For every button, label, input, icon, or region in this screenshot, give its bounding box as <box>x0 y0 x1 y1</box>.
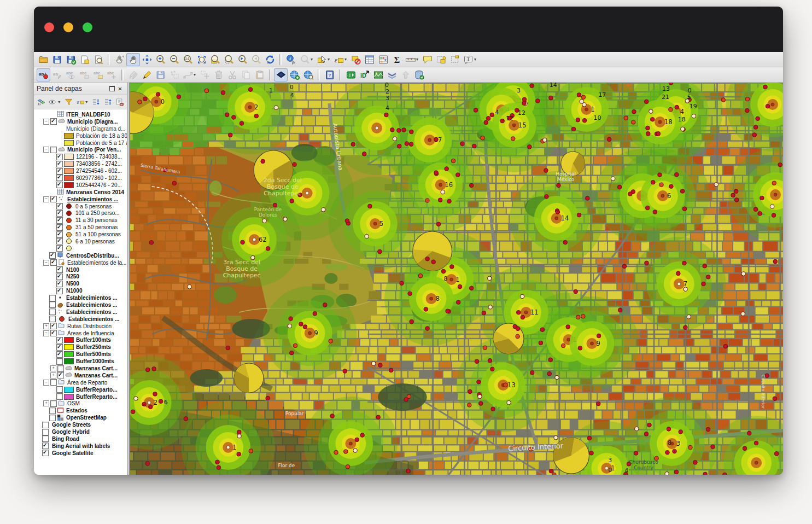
layer-checkbox[interactable] <box>50 379 57 386</box>
new-print-composer-button[interactable] <box>78 53 91 66</box>
upload-export-button[interactable] <box>399 68 412 81</box>
layer-checkbox[interactable] <box>56 266 63 273</box>
layer-checkbox[interactable] <box>56 224 63 231</box>
zoom-to-layer-button[interactable] <box>208 53 222 66</box>
run-feature-action-button[interactable] <box>298 53 312 66</box>
layer-checkbox[interactable] <box>57 372 64 379</box>
layer-label[interactable]: Áreas de Influencia <box>67 330 114 336</box>
layer-checkbox[interactable] <box>49 415 56 421</box>
label-change-button[interactable]: abc <box>105 68 119 81</box>
layer-label[interactable]: CentrosDeDistribu... <box>66 253 119 259</box>
layer-checkbox[interactable] <box>49 316 56 322</box>
layer-checkbox[interactable] <box>56 245 63 252</box>
minimize-window-button[interactable] <box>63 22 73 32</box>
identify-features-button[interactable]: i <box>284 53 298 66</box>
filter-by-expression-dropdown-caret[interactable]: ▾ <box>85 100 90 104</box>
layer-label[interactable]: Estados <box>66 407 87 414</box>
add-feature-button[interactable] <box>167 68 181 81</box>
layer-label[interactable]: Establecimientos ... <box>66 295 117 301</box>
layer-label[interactable]: Municipio (Diagrama d... <box>66 126 125 132</box>
import-layers-button[interactable] <box>385 68 399 81</box>
current-edits-button[interactable] <box>126 68 140 81</box>
tree-expander[interactable]: + <box>43 400 49 406</box>
zoom-last-button[interactable] <box>236 53 249 66</box>
layer-label[interactable]: Establecimientos ... <box>67 196 118 202</box>
measure-line-button[interactable] <box>404 53 417 66</box>
close-window-button[interactable] <box>44 22 54 32</box>
metasearch-button[interactable] <box>274 68 288 81</box>
composer-manager-button[interactable] <box>91 53 105 66</box>
layer-label[interactable]: 101 a 250 perso... <box>75 210 120 216</box>
help-contents-button[interactable]: ? <box>323 68 336 81</box>
layer-checkbox[interactable] <box>56 344 63 351</box>
zoom-next-button[interactable] <box>249 53 263 66</box>
text-annotation-button[interactable]: T <box>462 53 475 66</box>
layer-checkbox[interactable] <box>56 217 63 224</box>
layer-label[interactable]: Establecimientos ... <box>66 309 117 315</box>
layer-checkbox[interactable] <box>56 281 63 287</box>
layer-checkbox[interactable] <box>50 147 57 153</box>
select-by-expression-button[interactable]: ε <box>332 53 346 66</box>
layer-checkbox[interactable] <box>50 330 57 336</box>
layer-label[interactable]: Manzanas Cart... <box>74 365 118 371</box>
close-panel-button[interactable]: ✕ <box>116 85 124 92</box>
remove-layer-group-button[interactable] <box>114 96 125 108</box>
map-tips-button[interactable] <box>420 53 434 66</box>
layer-checkbox[interactable] <box>50 259 57 266</box>
layer-checkbox[interactable] <box>42 429 49 435</box>
layer-label[interactable]: 1025442476 - 20... <box>76 182 122 188</box>
layer-checkbox[interactable] <box>49 252 56 259</box>
layer-checkbox[interactable] <box>49 301 56 308</box>
pan-map-button[interactable] <box>126 53 140 66</box>
open-attribute-table-button[interactable] <box>363 53 376 66</box>
node-tool-button[interactable] <box>181 68 195 81</box>
layer-label[interactable]: 31 a 50 personas <box>75 224 118 230</box>
collapse-all-button[interactable] <box>102 96 114 108</box>
statistical-summary-button[interactable]: Σ <box>390 53 404 66</box>
layer-label[interactable]: Manzanas Censo 2014 <box>66 189 124 195</box>
delete-selected-button[interactable] <box>212 68 225 81</box>
layer-checkbox[interactable] <box>42 450 49 456</box>
search-wms-layers-button[interactable] <box>301 68 315 81</box>
layer-label[interactable]: 274254546 - 602... <box>76 168 122 174</box>
layer-label[interactable]: Buffer250mts <box>76 344 111 350</box>
tree-expander[interactable]: + <box>50 372 56 379</box>
db-manager-button[interactable] <box>412 68 426 81</box>
layer-checkbox[interactable] <box>56 273 63 280</box>
expand-all-button[interactable] <box>90 96 102 108</box>
cut-features-button[interactable] <box>225 68 239 81</box>
georeferencer-button[interactable] <box>371 68 385 81</box>
layer-label[interactable]: N1000 <box>66 288 82 294</box>
layer-checkbox[interactable] <box>42 443 49 449</box>
copy-features-button[interactable] <box>239 68 253 81</box>
layer-label[interactable]: 51 a 100 personas <box>75 231 121 237</box>
add-wms-layer-button[interactable] <box>288 68 301 81</box>
zoom-window-button[interactable] <box>83 22 92 32</box>
layer-label[interactable]: OpenStreetMap <box>66 415 107 421</box>
layer-labeling-options-button[interactable]: ab <box>37 68 50 81</box>
tree-expander[interactable]: + <box>43 323 49 329</box>
open-layer-styling-panel-button[interactable] <box>36 96 47 108</box>
tree-expander[interactable]: − <box>43 260 49 266</box>
layer-checkbox[interactable] <box>56 168 63 174</box>
toggle-editing-button[interactable] <box>140 68 154 81</box>
zoom-in-button[interactable] <box>154 53 167 66</box>
touch-zoom-and-pan-button[interactable] <box>113 53 126 66</box>
select-features-button[interactable] <box>315 53 329 66</box>
refresh-map-button[interactable] <box>263 53 277 66</box>
manage-map-themes-button[interactable] <box>48 96 59 108</box>
layer-label[interactable]: BufferReparto... <box>76 394 118 400</box>
layer-label[interactable]: Población de 18 a 30 ... <box>76 133 127 139</box>
tree-expander[interactable]: − <box>43 330 49 336</box>
label-move-button[interactable]: abc <box>91 68 105 81</box>
window-titlebar[interactable] <box>34 7 783 52</box>
layer-label[interactable]: Google Streets <box>52 422 91 428</box>
layer-label[interactable]: Buffer500mts <box>76 351 111 357</box>
layer-label[interactable]: Establecimientos ... <box>68 316 119 322</box>
layer-label[interactable]: 6 a 10 personas <box>75 238 115 244</box>
open-field-calc-hd-button[interactable]: iD <box>358 68 371 81</box>
open-project-button[interactable] <box>37 53 50 66</box>
layer-checkbox[interactable] <box>56 393 63 400</box>
layer-label[interactable]: Población de 5 a 17 a... <box>76 140 127 146</box>
layer-label[interactable]: Manzanas Cart... <box>74 372 118 379</box>
